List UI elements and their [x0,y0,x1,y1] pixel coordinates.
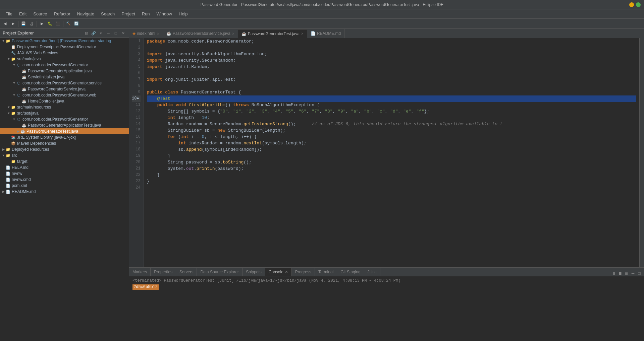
menu-source[interactable]: Source [31,11,50,17]
tree-item-pkg-service[interactable]: ▼ ⬡ com.noob.coder.PasswordGenerator.ser… [0,80,129,86]
menu-edit[interactable]: Edit [16,11,29,17]
tree-item-service-java[interactable]: ☕ PasswordGeneratorService.java [0,86,129,92]
maximize-panel-icon[interactable]: □ [113,30,119,36]
tree-item-jaxws[interactable]: 🔧 JAX-WS Web Services [0,50,129,56]
tree-item-mvnw-cmd[interactable]: 📄 mvnw.cmd [0,177,129,183]
file-icon: 📄 [5,189,11,194]
tree-item-jre[interactable]: 📚 JRE System Library [java-17-jdk] [0,134,129,140]
window-controls [629,2,641,7]
tab-datasource[interactable]: Data Source Explorer [197,268,243,276]
link-editor-icon[interactable]: 🔗 [91,30,97,36]
editor-area: ◈ index.html ✕ ☕ PasswordGeneratorServic… [129,29,644,341]
console-minimize[interactable]: ─ [630,271,636,276]
tree-item-test-java[interactable]: ▼ 📁 src/test/java [0,110,129,116]
tree-label: PasswordGeneratorService.java [28,87,86,91]
view-menu-icon[interactable]: ▾ [98,30,104,36]
menu-run[interactable]: Run [139,11,153,17]
menu-project[interactable]: Project [119,11,138,17]
tree-item-readme[interactable]: ▶ 📄 README.md [0,189,129,195]
tab-close-icon[interactable]: ✕ [232,32,234,36]
console-clear[interactable]: 🗑 [624,271,629,276]
tree-item-deployed[interactable]: ▶ 📁 Deployed Resources [0,146,129,152]
collapse-all-icon[interactable]: ⊟ [83,30,89,36]
tab-junit[interactable]: JUnit [364,268,380,276]
code-line-5: import java.util.Random; [147,64,636,70]
file-icon: 📄 [5,177,11,182]
right-gutter [639,38,644,267]
java-file-icon: ☕ [21,98,27,104]
menu-help[interactable]: Help [176,11,191,17]
tree-item-controller[interactable]: ☕ HomeController.java [0,98,129,104]
tree-item-pom[interactable]: 📄 pom.xml [0,183,129,189]
tree-item-src-main-java[interactable]: ▼ 📁 src/main/java [0,56,129,62]
console-action-2[interactable]: ⏹ [618,271,623,276]
code-line-6 [147,70,636,76]
toolbar-build[interactable]: 🔨 [65,20,72,27]
tree-item-deployment[interactable]: 📋 Deployment Descriptor: PasswordGenerat… [0,44,129,50]
menu-file[interactable]: File [3,11,15,17]
toolbar-run[interactable]: ▶ [38,20,46,27]
package-icon: ⬡ [16,92,21,98]
tree-item-servlet[interactable]: ☕ ServletInitializer.java [0,74,129,80]
tree-item-maven[interactable]: 📦 Maven Dependencies [0,140,129,146]
tab-service-java[interactable]: ☕ PasswordGeneratorService.java ✕ [163,29,238,38]
tree-arrow: ▶ [1,190,5,193]
tab-git-staging[interactable]: Git Staging [337,268,364,276]
tab-test-java[interactable]: ☕ PasswordGeneratorTest.java ✕ [238,29,307,38]
toolbar-forward[interactable]: ▶ [9,20,17,27]
menu-window[interactable]: Window [154,11,175,17]
menu-navigate[interactable]: Navigate [74,11,97,17]
tab-close-icon[interactable]: ✕ [301,32,304,36]
tree-item-help[interactable]: 📄 HELP.md [0,164,129,170]
console-terminated-line: <terminated> PasswordGeneratorTest [JUni… [132,278,641,283]
toolbar-debug[interactable]: 🐛 [46,20,54,27]
tree-item-src[interactable]: ▼ 📁 src [0,152,129,158]
tree-item-mvnw[interactable]: 📄 mvnw [0,170,129,177]
toolbar-back[interactable]: ◀ [1,20,9,27]
tree-item-pkg1[interactable]: ▼ ⬡ com.noob.coder.PasswordGenerator [0,62,129,68]
tab-console[interactable]: Console ✕ [265,268,292,276]
code-editor[interactable]: 12345 6789 10● 1112131415 1617181920 212… [129,38,644,267]
close-panel-icon[interactable]: ✕ [120,30,126,36]
bottom-panel: Markers Properties Servers Data Source E… [129,267,644,341]
project-explorer: Project Explorer ⊟ 🔗 ▾ ─ □ ✕ ▼ 📁 Passwor… [0,29,129,341]
minimize-button[interactable] [629,2,634,7]
tree-item-test-selected[interactable]: ▶ ☕ PasswordGeneratorTest.java [0,128,129,134]
tab-close-icon[interactable]: ✕ [157,32,159,36]
code-content[interactable]: package com.noob.coder.PasswordGenerator… [144,38,639,267]
tab-terminal[interactable]: Terminal [315,268,337,276]
tab-servers[interactable]: Servers [176,268,197,276]
tab-snippets[interactable]: Snippets [243,268,265,276]
tab-properties[interactable]: Properties [151,268,176,276]
tree-item-pkg-test[interactable]: ▼ ⬡ com.noob.coder.PasswordGenerator [0,116,129,122]
minimize-panel-icon[interactable]: ─ [105,30,111,36]
tree-item-target[interactable]: 📁 target [0,158,129,164]
toolbar-sep1 [18,21,18,27]
tab-icon: ☕ [241,31,247,36]
tree-arrow: ▼ [12,81,16,85]
tree-item-resources[interactable]: ▼ 📁 src/main/resources [0,104,129,110]
tree-item-app-java[interactable]: ☕ PasswordGeneratorApplication.java [0,68,129,74]
tree-label: src/test/java [17,111,39,116]
toolbar-stop[interactable]: ⬛ [54,20,62,27]
tree-label: src/main/resources [17,105,51,110]
tree-item-root[interactable]: ▼ 📁 PasswordGenerator [boot] [PasswordGe… [0,38,129,44]
toolbar-save[interactable]: 💾 [20,20,27,27]
tab-index-html[interactable]: ◈ index.html ✕ [129,29,163,38]
menu-search[interactable]: Search [98,11,117,17]
toolbar: ◀ ▶ 💾 🖨 ▶ 🐛 ⬛ 🔨 🔄 [0,19,644,29]
tree-item-app-tests[interactable]: ☕ PasswordGeneratorApplicationTests.java [0,122,129,128]
console-maximize[interactable]: □ [637,271,642,276]
tab-progress[interactable]: Progress [292,268,315,276]
toolbar-print[interactable]: 🖨 [28,20,35,27]
toolbar-refresh[interactable]: 🔄 [73,20,80,27]
maximize-button[interactable] [636,2,641,7]
code-line-11: public void firstAlgorithm() throws NoSu… [147,102,636,108]
console-close-icon[interactable]: ✕ [285,270,288,274]
tab-readme[interactable]: 📄 README.md [307,29,344,38]
code-line-21: System.out.println(password); [147,165,636,172]
console-action-1[interactable]: ⏸ [611,271,616,276]
menu-refactor[interactable]: Refactor [51,11,73,17]
tree-item-pkg-web[interactable]: ▼ ⬡ com.noob.coder.PasswordGenerator.web [0,92,129,98]
tab-markers[interactable]: Markers [129,268,151,276]
